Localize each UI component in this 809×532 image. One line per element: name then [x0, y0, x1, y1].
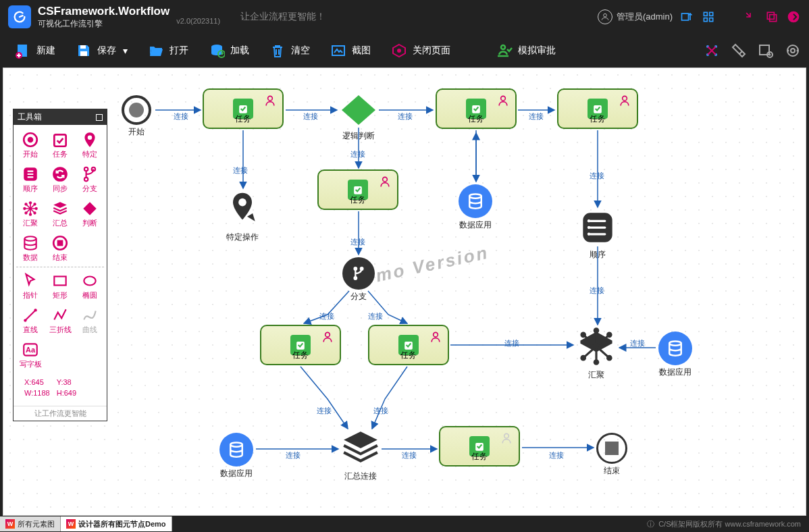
node-end[interactable]: 结束	[596, 433, 627, 477]
close-icon[interactable]	[786, 9, 801, 24]
edge-label: 连接	[590, 286, 604, 296]
tool-task[interactable]: 任务	[46, 129, 74, 161]
tool-pointer[interactable]: 指针	[16, 270, 45, 302]
user-icon	[598, 9, 612, 24]
edge-label: 连接	[350, 237, 365, 247]
svg-point-29	[268, 96, 273, 101]
node-converge[interactable]: 汇聚	[576, 327, 617, 381]
svg-rect-2	[704, 12, 707, 16]
svg-point-31	[501, 96, 506, 101]
node-data-app-1[interactable]: 数据应用	[459, 184, 492, 231]
svg-rect-3	[710, 12, 713, 16]
tool-decision[interactable]: 判断	[76, 198, 104, 230]
user-info[interactable]: 管理员(admin)	[598, 9, 673, 24]
tool-branch[interactable]: 分支	[76, 163, 104, 195]
node-sequence[interactable]: 顺序	[580, 210, 615, 261]
tool-sync[interactable]: 同步	[46, 163, 74, 195]
app-logo-icon	[8, 5, 31, 28]
node-start[interactable]: 开始	[122, 95, 151, 138]
tool-start[interactable]: 开始	[16, 129, 45, 161]
layout-icon-1[interactable]	[679, 9, 694, 24]
edge-label: 连接	[319, 311, 334, 321]
svg-rect-6	[767, 12, 774, 19]
tool-end[interactable]: 结束	[46, 232, 74, 264]
clear-button[interactable]: 清空	[261, 38, 317, 63]
copyright: ⓘC/S框架网版权所有 www.csframework.com	[647, 519, 809, 529]
node-branch[interactable]: 分支	[342, 257, 375, 302]
tool-ellipse[interactable]: 椭圆	[76, 270, 104, 302]
svg-rect-95	[54, 277, 66, 286]
tool-data[interactable]: 数据	[16, 232, 45, 264]
svg-point-98	[24, 319, 26, 321]
node-data-app-2[interactable]: 数据应用	[658, 331, 692, 378]
workflow-canvas[interactable]: mo Version 开始 任务 逻辑判断 任务 任务 特定操作 任务 数据应用…	[3, 68, 806, 516]
node-task-3[interactable]: 任务	[557, 88, 638, 129]
svg-point-99	[34, 309, 36, 311]
node-task-4[interactable]: 任务	[317, 169, 398, 210]
svg-rect-4	[704, 18, 707, 22]
node-summary[interactable]: 汇总连接	[341, 430, 380, 482]
tool-converge[interactable]: 汇聚	[16, 198, 45, 230]
mock-approve-button[interactable]: 模拟审批	[488, 38, 563, 63]
svg-point-44	[353, 276, 357, 280]
node-task-7[interactable]: 任务	[439, 426, 520, 467]
load-button[interactable]: 加载	[201, 38, 256, 63]
maximize-icon[interactable]	[764, 9, 779, 24]
svg-point-26	[787, 50, 789, 52]
new-button[interactable]: 新建	[7, 38, 62, 63]
tool-curve[interactable]: 曲线	[76, 304, 104, 336]
tool-icon-1[interactable]	[702, 41, 721, 60]
user-name: 管理员(admin)	[617, 11, 673, 23]
edge-label: 连接	[402, 450, 417, 460]
edge-label: 连接	[233, 165, 248, 176]
edge-label: 连接	[630, 338, 645, 348]
tool-line[interactable]: 直线	[16, 304, 45, 336]
svg-point-42	[353, 267, 357, 271]
tab-all-elements[interactable]: W所有元素图	[0, 516, 61, 531]
tool-summary[interactable]: 汇总	[46, 198, 74, 230]
svg-text:Aa: Aa	[26, 346, 36, 354]
open-button[interactable]: 打开	[140, 38, 195, 63]
svg-point-80	[53, 167, 68, 182]
svg-point-96	[84, 277, 95, 286]
edge-label: 连接	[590, 171, 604, 181]
tool-special[interactable]: 特定	[76, 129, 104, 161]
tool-polyline[interactable]: 三折线	[46, 304, 74, 336]
svg-rect-11	[80, 45, 86, 49]
svg-point-0	[604, 14, 607, 17]
node-task-5[interactable]: 任务	[260, 325, 341, 365]
node-task-6[interactable]: 任务	[368, 325, 449, 365]
edge-label: 连接	[350, 149, 365, 159]
tool-rect[interactable]: 矩形	[46, 270, 74, 302]
svg-point-37	[469, 194, 481, 198]
screenshot-button[interactable]: 截图	[322, 38, 377, 63]
toolbox-header[interactable]: 工具箱	[14, 109, 107, 125]
main-toolbar: 新建 保存▾ 打开 加载 清空 截图 关闭页面 模拟审批	[0, 34, 809, 68]
grid-icon[interactable]	[701, 9, 716, 24]
save-button[interactable]: 保存▾	[68, 38, 134, 63]
tool-sequence[interactable]: 顺序	[16, 163, 45, 195]
node-data-app-3[interactable]: 数据应用	[219, 433, 253, 479]
node-special-op[interactable]: 特定操作	[224, 190, 261, 243]
tool-icon-3[interactable]	[756, 41, 775, 60]
toolbox-dock-icon[interactable]	[96, 114, 103, 121]
tool-icon-4[interactable]	[783, 41, 802, 60]
svg-point-36	[383, 177, 388, 182]
svg-point-58	[504, 433, 509, 438]
app-version: v2.0(202311)	[176, 17, 220, 25]
node-task-2[interactable]: 任务	[436, 88, 517, 129]
svg-point-46	[325, 332, 330, 337]
edge-label: 连接	[373, 406, 388, 416]
app-subtitle: 可视化工作流引擎	[38, 18, 169, 30]
minimize-icon[interactable]	[743, 9, 758, 24]
tab-designer-demo[interactable]: W设计器所有图元节点Demo	[61, 516, 172, 531]
close-page-button[interactable]: 关闭页面	[383, 38, 457, 63]
app-slogan: 让企业流程更智能！	[240, 11, 325, 23]
statusbar: W所有元素图 W设计器所有图元节点Demo ⓘC/S框架网版权所有 www.cs…	[0, 516, 809, 532]
svg-point-34	[238, 198, 246, 207]
node-task-1[interactable]: 任务	[203, 88, 284, 129]
node-decision[interactable]: 逻辑判断	[338, 94, 379, 142]
tool-icon-2[interactable]	[729, 41, 748, 60]
svg-point-92	[24, 236, 36, 241]
tool-text[interactable]: Aa写字板	[16, 339, 45, 371]
